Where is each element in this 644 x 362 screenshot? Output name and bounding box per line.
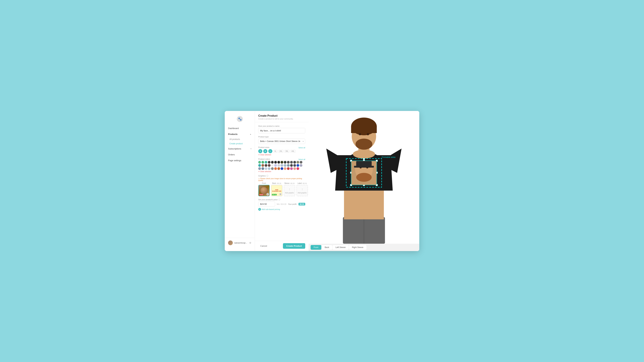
svg-point-27 [356,173,372,182]
graphics-label: Graphics i [258,175,305,177]
graphic-label-label: Label +$2.50 [298,182,307,184]
color-swatch-8[interactable] [284,161,286,164]
create-product-button[interactable]: Create Product [283,243,305,249]
settings-icon[interactable]: ⚙ [249,242,252,244]
svg-rect-8 [351,126,377,133]
sidebar-subitem-all-products[interactable]: All products [225,137,255,141]
color-swatch-26[interactable] [296,164,299,167]
back-remove-btn[interactable]: ✕ [279,193,282,195]
profit-badge: $8.50 [298,203,305,205]
cancel-button[interactable]: Cancel [258,243,269,249]
color-swatch-20[interactable] [278,164,280,167]
color-swatch-15[interactable] [262,164,264,167]
color-swatch-39[interactable] [293,167,296,170]
color-swatch-40[interactable] [296,167,299,170]
price-info-icon: i [278,199,280,201]
color-swatch-16[interactable] [265,164,267,167]
color-swatch-4[interactable] [271,161,274,164]
sidebar-item-dashboard[interactable]: Dashboard [225,125,255,131]
color-swatch-13[interactable] [300,161,302,164]
color-swatch-31[interactable] [268,167,270,170]
clear-x-icon: ✕ [258,154,260,156]
color-swatch-25[interactable] [293,164,296,167]
price-input[interactable] [258,201,275,207]
sidebar-footer: natewichlongt... ⚙ [225,238,255,248]
chevron-down-icon: ▾ [250,148,252,150]
app-container: 🐾 Dashboard Products ▲ All products Crea… [225,111,419,251]
color-swatch-24[interactable] [290,164,293,167]
color-swatch-32[interactable] [271,167,274,170]
sub-pricing-plus-icon: + [258,208,261,211]
tshirt-svg: Printable area [308,111,419,244]
color-swatch-36[interactable] [284,167,286,170]
graphic-sleeve-thumb[interactable]: ↑ Add graphic [284,185,295,196]
graphic-front-thumb[interactable]: 84 dpi ✕ [258,185,270,196]
size-l[interactable]: L [268,149,272,153]
color-swatch-11[interactable] [293,161,296,164]
color-swatch-12[interactable] [296,161,299,164]
color-swatch-35[interactable] [280,167,283,170]
color-swatch-34[interactable] [278,167,280,170]
color-swatch-29[interactable] [262,167,264,170]
size-4xl[interactable]: 4XL [290,150,296,153]
size-m[interactable]: M [263,149,267,153]
color-swatch-7[interactable] [280,161,283,164]
graphic-label-thumb[interactable]: ↑ Add graphic [296,185,308,196]
product-name-group: Give your product a name [258,125,305,133]
color-swatch-28[interactable] [258,167,261,170]
color-swatch-30[interactable] [265,167,267,170]
color-swatch-27[interactable] [300,164,302,167]
graphic-tab-sleeve: Sleeve +$2.50 ↑ Add graphic [284,182,295,196]
size-s[interactable]: S [258,149,262,153]
front-dpi-badge: 84 dpi [259,194,263,195]
front-remove-btn[interactable]: ✕ [266,193,269,195]
size-3xl[interactable]: 3XL [284,150,290,153]
size-xl[interactable]: XL [273,150,278,153]
sidebar-item-subscriptions[interactable]: Subscriptions ▾ [225,146,255,152]
color-swatch-1[interactable] [262,161,264,164]
colors-select-all[interactable]: Select all [298,159,305,160]
sizes-select-all[interactable]: Select all [298,147,305,149]
svg-point-9 [356,139,372,150]
color-swatch-6[interactable] [278,161,280,164]
svg-rect-30 [356,161,372,166]
view-tab-back[interactable]: Back [322,245,332,250]
color-swatch-9[interactable] [287,161,290,164]
color-swatch-21[interactable] [280,164,283,167]
color-swatch-10[interactable] [290,161,293,164]
graphic-back-thumb[interactable]: HATEDA-BASED GOD 880 dpi ✕ [271,185,282,196]
color-swatch-19[interactable] [274,164,277,167]
size-2xl[interactable]: 2XL [278,150,284,153]
color-swatch-22[interactable] [284,164,286,167]
sidebar-item-orders[interactable]: Orders [225,152,255,158]
sizes-clear-selection[interactable]: ✕ Clear selection [258,154,305,156]
color-swatch-18[interactable] [271,164,274,167]
colors-clear-selection[interactable]: ✕ Clear selection [258,171,305,172]
product-name-input[interactable] [258,128,305,133]
color-swatch-17[interactable] [268,164,270,167]
color-swatch-0[interactable] [258,161,261,164]
color-swatch-5[interactable] [274,161,277,164]
view-tab-right-sleeve[interactable]: Right Sleeve [349,245,366,250]
sidebar-item-page-settings[interactable]: Page settings [225,158,255,163]
view-tabs: Front Back Left Sleeve Right Sleeve [308,244,419,251]
graphic-sleeve-price: +$2.50 [290,183,295,184]
sub-pricing-link[interactable]: + Add sub-based pricing [258,208,305,211]
view-tab-front[interactable]: Front [310,245,321,250]
color-swatch-37[interactable] [287,167,290,170]
content-row: Create Product Create a product to sell … [255,111,419,251]
color-swatch-38[interactable] [290,167,293,170]
sidebar-subitem-create-product[interactable]: Create product [225,141,255,146]
clear-colors-label: Clear selection [260,171,271,172]
svg-text:Printable area: Printable area [382,156,396,158]
color-swatch-14[interactable] [258,164,261,167]
view-tab-left-sleeve[interactable]: Left Sleeve [332,245,349,250]
form-header: Create Product Create a product to sell … [255,111,308,122]
color-swatch-2[interactable] [265,161,267,164]
sidebar-item-products[interactable]: Products ▲ [225,131,255,137]
product-type-select[interactable]: Bella + Canvas 3001 Unisex Short Sleeve … [258,139,305,144]
sub-pricing-label: Add sub-based pricing [262,208,280,210]
color-swatch-3[interactable] [268,161,270,164]
color-swatch-23[interactable] [287,164,290,167]
color-swatch-33[interactable] [274,167,277,170]
